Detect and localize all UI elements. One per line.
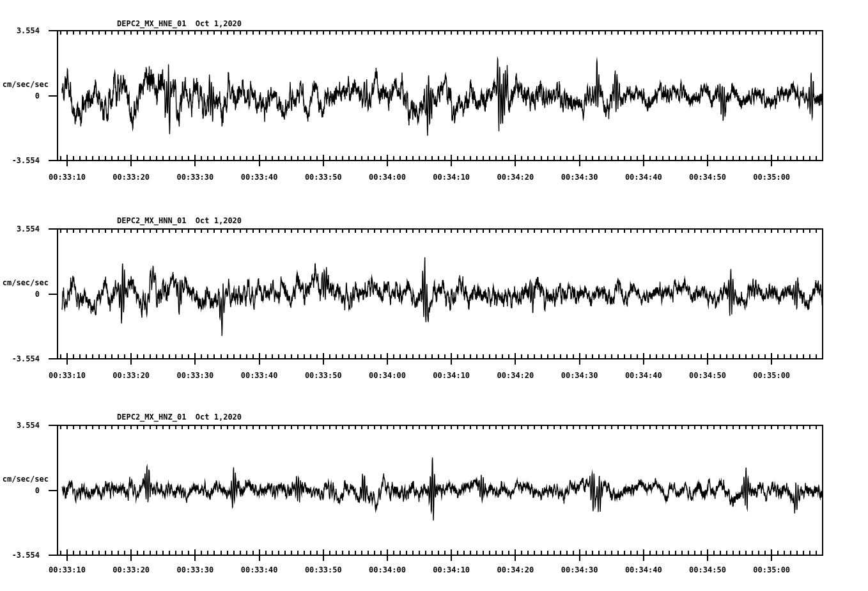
x-tick-label: 00:33:30: [176, 173, 213, 182]
y-tick-label-max: 3.554: [0, 421, 40, 430]
y-tick-label-zero: 0: [0, 91, 40, 100]
x-tick-label: 00:33:40: [241, 371, 278, 380]
x-tick-label: 00:34:50: [689, 371, 726, 380]
x-tick-label: 00:33:20: [112, 565, 150, 574]
y-axis-units-label: cm/sec/sec: [0, 278, 49, 287]
x-tick-label: 00:33:10: [49, 173, 86, 182]
x-tick-label: 00:34:40: [625, 565, 662, 574]
x-tick-label: 00:35:00: [753, 173, 790, 182]
x-tick-label: 00:33:50: [305, 371, 342, 380]
x-tick-label: 00:34:30: [561, 173, 598, 182]
y-axis-units-label: cm/sec/sec: [0, 475, 49, 484]
y-tick-label-min: -3.554: [0, 551, 40, 560]
waveform-canvas: [0, 0, 868, 591]
x-tick-label: 00:33:20: [112, 371, 150, 380]
y-tick-label-min: -3.554: [0, 156, 40, 165]
y-tick-label-max: 3.554: [0, 225, 40, 233]
x-tick-label: 00:34:10: [433, 173, 470, 182]
x-tick-label: 00:33:40: [241, 565, 278, 574]
x-tick-label: 00:35:00: [753, 565, 790, 574]
x-tick-label: 00:34:00: [369, 173, 406, 182]
y-tick-label-zero: 0: [0, 486, 40, 495]
x-axis-tick-labels: 00:33:1000:33:2000:33:3000:33:4000:33:50…: [0, 173, 868, 182]
x-tick-label: 00:33:10: [49, 371, 86, 380]
x-tick-label: 00:33:30: [176, 371, 213, 380]
x-tick-label: 00:34:20: [497, 173, 534, 182]
x-tick-label: 00:33:40: [241, 173, 278, 182]
panel-title: DEPC2_MX_HNE_01 Oct 1,2020: [117, 19, 242, 28]
x-tick-label: 00:35:00: [753, 371, 790, 380]
seismogram-page: DEPC2_MX_HNE_01 Oct 1,2020 3.554 cm/sec/…: [0, 0, 868, 591]
x-tick-label: 00:34:30: [561, 565, 598, 574]
y-tick-label-max: 3.554: [0, 26, 40, 35]
x-tick-label: 00:34:00: [369, 565, 406, 574]
x-tick-label: 00:33:50: [305, 173, 342, 182]
x-axis-tick-labels: 00:33:1000:33:2000:33:3000:33:4000:33:50…: [0, 565, 868, 574]
x-tick-label: 00:33:30: [176, 565, 213, 574]
panel-title: DEPC2_MX_HNN_01 Oct 1,2020: [117, 216, 242, 225]
x-tick-label: 00:34:50: [689, 565, 726, 574]
x-tick-label: 00:34:20: [497, 565, 534, 574]
y-axis-units-label: cm/sec/sec: [0, 80, 49, 89]
x-axis-tick-labels: 00:33:1000:33:2000:33:3000:33:4000:33:50…: [0, 371, 868, 380]
x-tick-label: 00:34:50: [689, 173, 726, 182]
panel-title: DEPC2_MX_HNZ_01 Oct 1,2020: [117, 413, 242, 422]
x-tick-label: 00:34:40: [625, 173, 662, 182]
x-tick-label: 00:33:20: [112, 173, 150, 182]
y-tick-label-min: -3.554: [0, 354, 40, 363]
x-tick-label: 00:33:50: [305, 565, 342, 574]
x-tick-label: 00:33:10: [49, 565, 86, 574]
x-tick-label: 00:34:20: [497, 371, 534, 380]
y-tick-label-zero: 0: [0, 290, 40, 299]
x-tick-label: 00:34:10: [433, 565, 470, 574]
x-tick-label: 00:34:10: [433, 371, 470, 380]
x-tick-label: 00:34:30: [561, 371, 598, 380]
x-tick-label: 00:34:00: [369, 371, 406, 380]
x-tick-label: 00:34:40: [625, 371, 662, 380]
